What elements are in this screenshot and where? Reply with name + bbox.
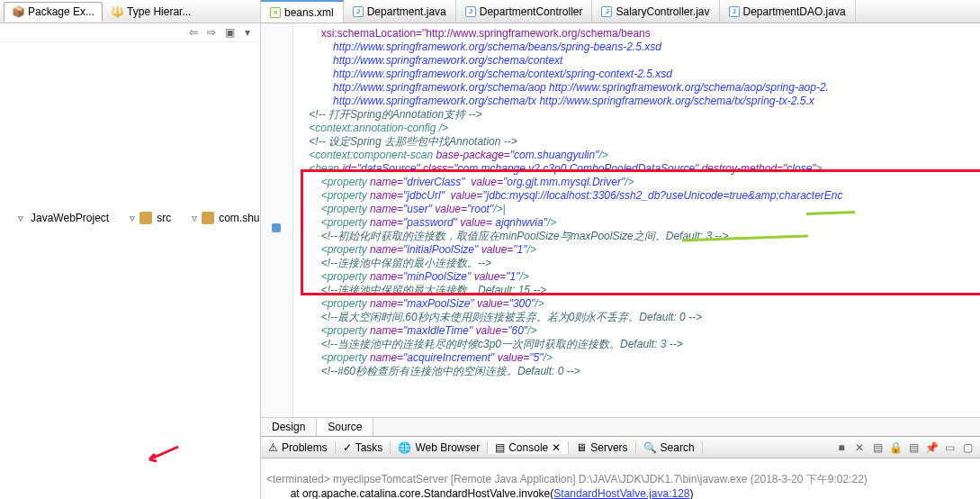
hierarchy-icon: 🔱 — [111, 5, 123, 18]
left-tabs: 📦Package Ex... 🔱Type Hierar... — [0, 0, 260, 23]
tasks-icon: ✓ — [343, 441, 352, 454]
gutter — [261, 23, 293, 417]
collapse-icon[interactable]: ▣ — [222, 25, 237, 40]
left-panel: 📦Package Ex... 🔱Type Hierar... ⇦ ⇨ ▣ ▾ ▿… — [0, 0, 261, 499]
editor-tab-beans[interactable]: beans.xml — [261, 0, 344, 23]
java-icon — [601, 6, 612, 17]
tab-servers[interactable]: 🖥Servers — [569, 441, 635, 454]
tab-tasks[interactable]: ✓Tasks — [336, 441, 391, 454]
min-icon[interactable]: ▭ — [942, 440, 957, 455]
editor-tabs: beans.xml Department.java DepartmentCont… — [261, 0, 980, 23]
change-marker — [272, 223, 281, 232]
problems-icon: ⚠ — [268, 441, 278, 454]
editor-tab[interactable]: DepartmentController — [456, 0, 593, 23]
remove-icon[interactable]: ✕ — [852, 440, 867, 455]
editor-tab[interactable]: Department.java — [344, 0, 456, 23]
tab-webbrowser[interactable]: 🌐Web Browser — [391, 441, 488, 454]
tab-console[interactable]: ▤Console ✕ — [488, 441, 569, 454]
open-console-icon[interactable]: ▤ — [906, 440, 921, 455]
console-terminated-label: <terminated> myeclipseTomcatServer [Remo… — [266, 473, 868, 485]
java-icon — [729, 6, 740, 17]
bottom-panel: ⚠Problems ✓Tasks 🌐Web Browser ▤Console ✕… — [261, 436, 980, 499]
tab-design[interactable]: Design — [261, 418, 317, 436]
project-tree[interactable]: ▿JavaWebProject ▿src ▿com.shuangyulin ▿c… — [0, 42, 260, 499]
stop-icon[interactable]: ■ — [834, 440, 849, 455]
console-output[interactable]: <terminated> myeclipseTomcatServer [Remo… — [261, 458, 980, 499]
globe-icon: 🌐 — [398, 441, 411, 454]
tab-package-explorer[interactable]: 📦Package Ex... — [4, 2, 103, 22]
java-icon — [353, 6, 364, 17]
stack-link[interactable]: StandardHostValve.java:128 — [553, 487, 689, 499]
bottom-tabs: ⚠Problems ✓Tasks 🌐Web Browser ▤Console ✕… — [261, 437, 980, 458]
back-icon[interactable]: ⇦ — [186, 25, 201, 40]
pin-icon[interactable]: 📌 — [924, 440, 939, 455]
tree-src[interactable]: ▿src ▿com.shuangyulin ▿controller Depart… — [128, 46, 260, 390]
tab-search[interactable]: 🔍Search — [636, 441, 703, 454]
search-icon: 🔍 — [643, 441, 657, 454]
console-icon: ▤ — [495, 441, 505, 454]
editor-mode-tabs: Design Source — [261, 417, 980, 436]
explorer-toolbar: ⇦ ⇨ ▣ ▾ — [0, 23, 260, 42]
editor-tab[interactable]: DepartmentDAO.java — [720, 0, 856, 23]
code-editor[interactable]: xsi:schemaLocation="http://www.springfra… — [261, 23, 980, 417]
tree-project[interactable]: ▿JavaWebProject ▿src ▿com.shuangyulin ▿c… — [18, 46, 260, 390]
package-icon: 📦 — [12, 5, 24, 18]
menu-icon[interactable]: ▾ — [240, 25, 255, 40]
tab-source[interactable]: Source — [317, 418, 373, 436]
forward-icon[interactable]: ⇨ — [204, 25, 219, 40]
xml-icon — [270, 7, 281, 18]
servers-icon: 🖥 — [576, 441, 587, 454]
java-icon — [465, 6, 476, 17]
tab-type-hierarchy[interactable]: 🔱Type Hierar... — [103, 2, 199, 22]
right-panel: beans.xml Department.java DepartmentCont… — [261, 0, 980, 499]
scroll-lock-icon[interactable]: 🔒 — [888, 440, 903, 455]
tree-pkg[interactable]: ▿com.shuangyulin ▿controller DepartmentC… — [190, 46, 260, 390]
max-icon[interactable]: ▢ — [960, 440, 975, 455]
tab-problems[interactable]: ⚠Problems — [261, 441, 336, 454]
clear-icon[interactable]: ▤ — [870, 440, 885, 455]
editor-tab[interactable]: SalaryController.jav — [592, 0, 719, 23]
